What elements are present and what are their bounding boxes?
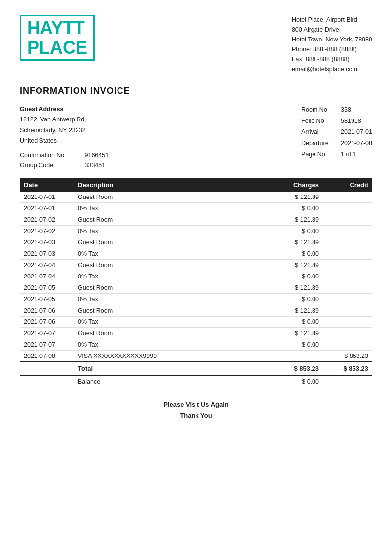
arrival-value: 2021-07-01 (341, 126, 372, 138)
total-date-cell (20, 362, 74, 375)
table-row: 2021-07-040% Tax$ 0.00 (20, 271, 372, 282)
hotel-email: email@hotelsplace.com (292, 64, 372, 74)
conf-group: Confirmation No : 9166451 Group Code : 3… (20, 150, 109, 171)
row-description: Guest Room (74, 192, 269, 203)
guest-address-line1: 12122, Van Antwerp Rd, (20, 115, 109, 125)
balance-label-cell: Balance (74, 375, 269, 388)
row-description: 0% Tax (74, 339, 269, 350)
room-no-label: Room No (301, 104, 341, 116)
hotel-fax: Fax: 888 -888 (8888) (292, 54, 372, 64)
row-date: 2021-07-01 (20, 192, 74, 203)
room-no-value: 338 (341, 104, 351, 116)
row-charges: $ 121.89 (269, 305, 323, 316)
invoice-title: INFORMATION INVOICE (20, 86, 372, 96)
table-row: 2021-07-03Guest Room$ 121.89 (20, 237, 372, 248)
row-charges: $ 0.00 (269, 248, 323, 259)
row-charges: $ 0.00 (269, 202, 323, 214)
row-charges: $ 0.00 (269, 271, 323, 282)
row-credit (323, 327, 372, 339)
confirmation-row: Confirmation No : 9166451 (20, 150, 109, 160)
arrival-label: Arrival (301, 126, 341, 138)
guest-right: Room No 338 Folio No 581918 Arrival 2021… (301, 104, 372, 171)
folio-no-value: 581918 (341, 116, 361, 127)
row-credit (323, 192, 372, 203)
row-description: 0% Tax (74, 316, 269, 327)
col-credit: Credit (323, 178, 372, 192)
balance-row: Balance $ 0.00 (20, 375, 372, 388)
table-row: 2021-07-08VISA XXXXXXXXXXXX9999$ 853.23 (20, 350, 372, 362)
row-date: 2021-07-06 (20, 305, 74, 316)
row-charges: $ 0.00 (269, 339, 323, 350)
table-row: 2021-07-04Guest Room$ 121.89 (20, 259, 372, 271)
row-description: 0% Tax (74, 293, 269, 305)
row-charges: $ 121.89 (269, 259, 323, 271)
group-code-value: 333451 (84, 160, 105, 171)
row-charges: $ 121.89 (269, 237, 323, 248)
table-row: 2021-07-06Guest Room$ 121.89 (20, 305, 372, 316)
col-date: Date (20, 178, 74, 192)
row-credit (323, 214, 372, 225)
table-row: 2021-07-010% Tax$ 0.00 (20, 202, 372, 214)
col-charges: Charges (269, 178, 323, 192)
row-credit (323, 293, 372, 305)
table-row: 2021-07-05Guest Room$ 121.89 (20, 282, 372, 293)
group-code-label: Group Code (20, 160, 74, 171)
balance-date-cell (20, 375, 74, 388)
logo-line1: HAYTT (27, 18, 85, 38)
row-date: 2021-07-05 (20, 293, 74, 305)
hotel-phone: Phone: 888 -888 (8888) (292, 44, 372, 54)
balance-value-cell: $ 0.00 (269, 375, 323, 388)
group-code-row: Group Code : 333451 (20, 160, 109, 171)
row-date: 2021-07-03 (20, 237, 74, 248)
row-date: 2021-07-04 (20, 271, 74, 282)
guest-left: Guest Address 12122, Van Antwerp Rd, Sch… (20, 104, 109, 171)
row-description: 0% Tax (74, 248, 269, 259)
row-date: 2021-07-02 (20, 214, 74, 225)
row-description: Guest Room (74, 259, 269, 271)
folio-no-row: Folio No 581918 (301, 116, 372, 127)
col-description: Description (74, 178, 269, 192)
row-credit (323, 316, 372, 327)
departure-value: 2021-07-08 (341, 138, 372, 149)
total-credit-cell: $ 853.23 (323, 362, 372, 375)
confirmation-colon: : (77, 150, 78, 160)
hotel-logo: HAYTT PLACE (20, 15, 95, 61)
hotel-address: Hotel Place, Airport Blrd 800 Airgate Dr… (292, 15, 372, 74)
folio-no-label: Folio No (301, 116, 341, 127)
table-header-row: Date Description Charges Credit (20, 178, 372, 192)
table-row: 2021-07-01Guest Room$ 121.89 (20, 192, 372, 203)
confirmation-value: 9166451 (84, 150, 109, 160)
logo-container: HAYTT PLACE (20, 15, 95, 61)
hotel-address-line3: Hotel Town, New York, 78989 (292, 35, 372, 44)
row-credit (323, 271, 372, 282)
row-credit (323, 225, 372, 237)
guest-address-line2: Schenectady, NY 23232 (20, 125, 109, 136)
row-description: 0% Tax (74, 225, 269, 237)
table-row: 2021-07-020% Tax$ 0.00 (20, 225, 372, 237)
row-description: 0% Tax (74, 271, 269, 282)
row-charges: $ 121.89 (269, 282, 323, 293)
row-charges: $ 121.89 (269, 192, 323, 203)
group-code-colon: : (77, 160, 78, 171)
guest-address-label: Guest Address (20, 104, 109, 115)
confirmation-label: Confirmation No (20, 150, 74, 160)
row-credit (323, 237, 372, 248)
row-charges (269, 350, 323, 362)
hotel-address-line1: Hotel Place, Airport Blrd (292, 15, 372, 25)
row-description: 0% Tax (74, 202, 269, 214)
row-date: 2021-07-08 (20, 350, 74, 362)
total-charges-cell: $ 853.23 (269, 362, 323, 375)
row-charges: $ 0.00 (269, 316, 323, 327)
footer-message: Please Visit Us Again Thank You (20, 399, 372, 421)
row-credit (323, 259, 372, 271)
hotel-address-line2: 800 Airgate Drive, (292, 25, 372, 35)
row-charges: $ 121.89 (269, 327, 323, 339)
row-credit (323, 202, 372, 214)
row-date: 2021-07-07 (20, 339, 74, 350)
row-description: VISA XXXXXXXXXXXX9999 (74, 350, 269, 362)
footer-line1: Please Visit Us Again (20, 399, 372, 410)
table-row: 2021-07-070% Tax$ 0.00 (20, 339, 372, 350)
invoice-table: Date Description Charges Credit 2021-07-… (20, 178, 372, 388)
footer-line2: Thank You (20, 410, 372, 421)
row-date: 2021-07-02 (20, 225, 74, 237)
